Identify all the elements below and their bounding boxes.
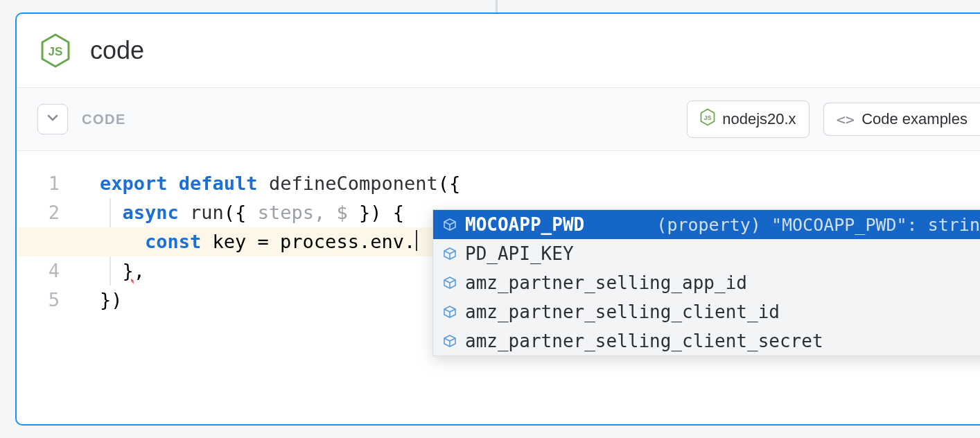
nodejs-icon: JS bbox=[700, 108, 715, 130]
autocomplete-item[interactable]: PD_API_KEY bbox=[433, 239, 980, 268]
autocomplete-detail: (property) "MOCOAPP_PWD": string bbox=[656, 215, 980, 235]
property-icon bbox=[443, 247, 457, 261]
property-icon bbox=[443, 305, 457, 319]
code-editor[interactable]: 1 2 3 4 5 export default defineComponent… bbox=[17, 151, 980, 424]
panel-title: code bbox=[90, 36, 144, 65]
autocomplete-name: amz_partner_selling_client_secret bbox=[465, 331, 823, 351]
text-cursor bbox=[416, 230, 417, 251]
autocomplete-name: PD_API_KEY bbox=[465, 243, 574, 264]
line-number: 2 bbox=[17, 198, 80, 227]
autocomplete-item[interactable]: MOCOAPP_PWD (property) "MOCOAPP_PWD": st… bbox=[433, 210, 980, 239]
top-divider bbox=[496, 0, 498, 12]
autocomplete-item[interactable]: amz_partner_selling_client_id bbox=[433, 297, 980, 326]
toolbar-label: CODE bbox=[82, 112, 126, 128]
chevron-down-icon bbox=[46, 111, 60, 128]
autocomplete-item[interactable]: amz_partner_selling_app_id bbox=[433, 268, 980, 297]
autocomplete-name: amz_partner_selling_app_id bbox=[465, 272, 747, 293]
line-number: 5 bbox=[17, 286, 80, 315]
runtime-text: nodejs20.x bbox=[722, 110, 796, 128]
error-underline: } bbox=[123, 256, 134, 286]
panel-header: JS code bbox=[17, 14, 980, 88]
autocomplete-item[interactable]: amz_partner_selling_client_secret bbox=[433, 326, 980, 356]
property-icon bbox=[443, 276, 457, 290]
code-line[interactable]: export default defineComponent({ bbox=[100, 169, 980, 198]
code-icon: <> bbox=[837, 111, 855, 128]
code-examples-button[interactable]: <> Code examples bbox=[823, 103, 980, 136]
examples-label: Code examples bbox=[861, 110, 968, 128]
svg-text:JS: JS bbox=[704, 114, 712, 121]
autocomplete-name: MOCOAPP_PWD bbox=[465, 214, 584, 235]
collapse-button[interactable] bbox=[37, 104, 68, 134]
line-number: 4 bbox=[17, 256, 80, 286]
autocomplete-popup: MOCOAPP_PWD (property) "MOCOAPP_PWD": st… bbox=[432, 209, 980, 356]
property-icon bbox=[443, 218, 457, 231]
nodejs-icon: JS bbox=[40, 33, 71, 68]
code-step-panel: JS code CODE JS nodejs20.x bbox=[15, 12, 980, 426]
line-number: 1 bbox=[17, 169, 80, 198]
property-icon bbox=[443, 334, 457, 348]
code-toolbar: CODE JS nodejs20.x <> Code examples bbox=[17, 88, 980, 151]
svg-text:JS: JS bbox=[49, 45, 63, 58]
runtime-badge[interactable]: JS nodejs20.x bbox=[687, 100, 809, 138]
autocomplete-name: amz_partner_selling_client_id bbox=[465, 301, 780, 322]
